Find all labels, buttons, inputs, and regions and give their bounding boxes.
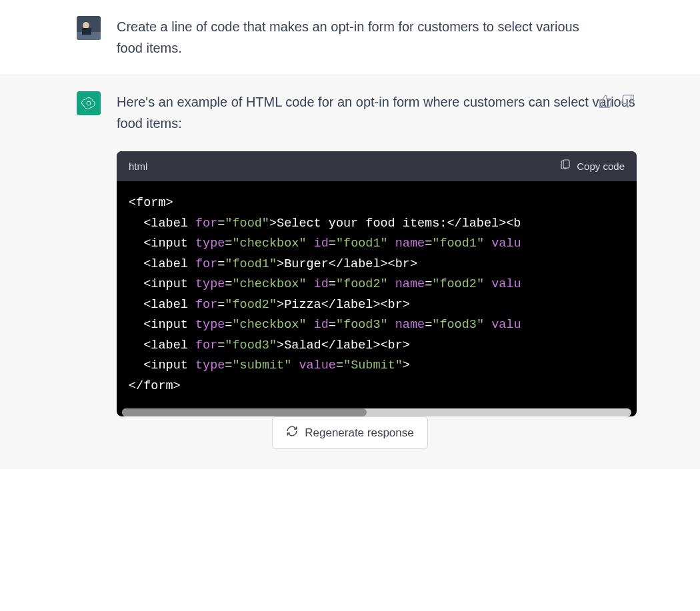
code-line: <label for="food1">Burger</label><br> bbox=[129, 255, 625, 275]
copy-code-button[interactable]: Copy code bbox=[559, 158, 625, 175]
code-block: html Copy code <form> <label for="food">… bbox=[117, 151, 637, 416]
thumbs-up-button[interactable] bbox=[598, 94, 613, 111]
code-line: <input type="checkbox" id="food1" name="… bbox=[129, 234, 625, 255]
code-line: <input type="submit" value="Submit"> bbox=[129, 356, 625, 376]
user-message-row: Create a line of code that makes an opt-… bbox=[0, 0, 700, 75]
assistant-message-row: Here's an example of HTML code for an op… bbox=[0, 75, 700, 432]
thumbs-down-button[interactable] bbox=[621, 94, 635, 111]
code-line: <label for="food">Select your food items… bbox=[129, 214, 625, 235]
refresh-icon bbox=[286, 425, 298, 440]
user-message-text: Create a line of code that makes an opt-… bbox=[117, 16, 623, 59]
svg-point-2 bbox=[83, 22, 89, 29]
code-header: html Copy code bbox=[117, 151, 637, 181]
code-horizontal-scrollbar[interactable] bbox=[122, 408, 631, 416]
svg-rect-5 bbox=[563, 160, 569, 168]
code-scrollbar-thumb[interactable] bbox=[122, 408, 367, 416]
assistant-avatar bbox=[77, 91, 101, 115]
feedback-buttons bbox=[598, 94, 635, 111]
regenerate-label: Regenerate response bbox=[305, 426, 414, 440]
assistant-message-text: Here's an example of HTML code for an op… bbox=[117, 91, 637, 134]
regenerate-response-button[interactable]: Regenerate response bbox=[272, 416, 428, 449]
code-line: <label for="food2">Pizza</label><br> bbox=[129, 295, 625, 316]
user-avatar bbox=[77, 16, 101, 40]
copy-code-label: Copy code bbox=[577, 159, 625, 175]
code-line: <label for="food3">Salad</label><br> bbox=[129, 336, 625, 356]
code-line: <input type="checkbox" id="food2" name="… bbox=[129, 275, 625, 295]
svg-rect-3 bbox=[82, 28, 91, 35]
code-line: </form> bbox=[129, 376, 625, 397]
code-language-label: html bbox=[129, 159, 147, 175]
clipboard-icon bbox=[559, 158, 571, 175]
code-body[interactable]: <form> <label for="food">Select your foo… bbox=[117, 181, 637, 408]
code-line: <input type="checkbox" id="food3" name="… bbox=[129, 315, 625, 336]
code-line: <form> bbox=[129, 193, 625, 214]
svg-point-4 bbox=[87, 101, 91, 105]
